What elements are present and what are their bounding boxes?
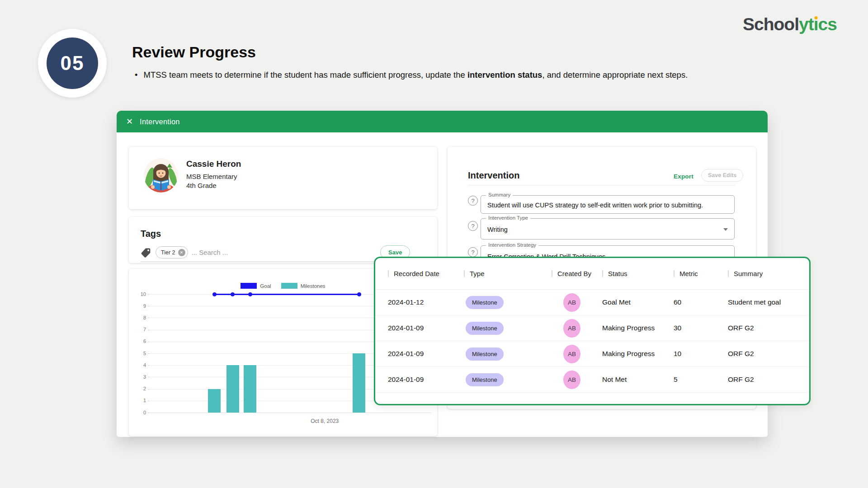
cell-created-by: AB [552,371,602,389]
dropdown-caret-icon[interactable] [723,228,728,231]
table-row[interactable]: 2024-01-09MilestoneABNot Met5ORF G2 [375,367,809,393]
tag-chip-label: Tier 2 [161,249,175,256]
y-axis-tick-label: 8 [130,315,146,320]
column-header: Summary [728,270,805,277]
y-axis-tick-label: 4 [130,362,146,368]
y-axis-tickmark [148,353,150,354]
y-axis-tick-label: 3 [130,374,146,380]
cell-recorded-date: 2024-01-12 [388,298,464,306]
column-header-label: Created By [557,270,591,277]
summary-field-value[interactable]: Student will use CUPS strategy to self-e… [481,196,734,209]
y-axis-tickmark [148,365,150,366]
table-row[interactable]: 2024-01-12MilestoneABGoal Met60Student m… [375,290,809,315]
records-table-body: 2024-01-12MilestoneABGoal Met60Student m… [375,290,809,393]
cell-created-by: AB [552,345,602,363]
help-icon-type[interactable]: ? [468,221,478,231]
y-axis-tick-label: 7 [130,327,146,332]
type-badge: Milestone [466,347,504,361]
y-axis-tickmark [148,377,150,377]
gridline [150,413,432,413]
y-axis-tickmark [148,401,150,401]
close-icon[interactable]: ✕ [126,117,133,127]
student-name: Cassie Heron [186,159,241,169]
tag-remove-icon[interactable]: ✕ [178,249,185,256]
cell-created-by: AB [552,319,602,338]
y-axis-tick-label: 5 [130,351,146,356]
column-header: Created By [552,270,602,277]
cell-recorded-date: 2024-01-09 [388,324,464,332]
cell-recorded-date: 2024-01-09 [388,350,464,358]
save-edits-button[interactable]: Save Edits [701,169,743,182]
student-info: Cassie Heron MSB Elementary 4th Grade [186,159,241,190]
cell-status: Making Progress [602,324,674,332]
cell-type: Milestone [464,347,552,361]
cell-type: Milestone [464,296,552,309]
schoolytics-logo: Schoolytıcs [743,14,837,34]
cell-recorded-date: 2024-01-09 [388,375,464,384]
logo-text-gray: School [743,14,799,34]
table-row[interactable]: 2024-01-09MilestoneABMaking Progress10OR… [375,341,809,367]
column-header: Status [602,270,674,277]
table-row[interactable]: 2024-01-09MilestoneABMaking Progress30OR… [375,315,809,341]
intervention-type-select[interactable]: Intervention Type Writing [481,218,735,239]
milestone-bar [208,389,221,413]
y-axis-tickmark [148,342,150,342]
cell-summary: ORF G2 [728,324,805,332]
cell-status: Goal Met [602,298,674,306]
cell-summary: Student met goal [728,298,805,306]
summary-field[interactable]: Summary Student will use CUPS strategy t… [481,195,735,214]
cell-type: Milestone [464,322,552,335]
milestone-bar [244,365,256,413]
column-header-label: Recorded Date [394,270,439,277]
panel-title: Intervention [468,170,519,181]
type-field-value[interactable]: Writing [481,219,734,233]
creator-avatar: AB [563,293,580,312]
cell-type: Milestone [464,373,552,386]
y-axis-tick-label: 6 [130,338,146,344]
column-header-label: Summary [734,270,763,277]
tags-card: Tags Tier 2 ✕ Save [129,217,437,263]
legend-label: Goal [260,283,271,289]
cell-metric: 30 [674,324,728,332]
legend-item: Milestones [281,283,326,289]
goal-line-point [212,292,217,296]
type-badge: Milestone [466,322,504,335]
records-table: Recorded DateTypeCreated ByStatusMetricS… [374,257,811,405]
type-badge: Milestone [466,373,504,386]
cell-created-by: AB [552,293,602,312]
help-icon-summary[interactable]: ? [468,196,478,206]
milestone-bar [353,353,365,413]
milestone-bar [226,365,239,413]
y-axis-tickmark [148,294,150,295]
column-header: Type [464,270,552,277]
student-school: MSB Elementary [186,172,241,181]
bullet-marker: • [135,70,137,80]
tag-chip-tier2[interactable]: Tier 2 ✕ [156,246,188,258]
cell-metric: 5 [674,375,728,384]
student-card: Cassie Heron MSB Elementary 4th Grade [129,147,437,209]
page-title: Review Progress [132,43,256,61]
cell-status: Making Progress [602,350,674,358]
type-badge: Milestone [466,296,504,309]
tag-search-input[interactable] [192,249,291,256]
y-axis-tickmark [148,413,150,413]
cell-summary: ORF G2 [728,375,805,384]
step-number: 05 [47,38,98,89]
column-header-label: Metric [679,270,698,277]
x-axis-label: Oct 8, 2023 [311,418,339,424]
goal-line-point [231,292,235,296]
legend-swatch [281,283,297,289]
y-axis-tick-label: 2 [130,386,146,391]
creator-avatar: AB [563,319,580,338]
modal-title: Intervention [140,117,180,126]
export-button[interactable]: Export [674,173,693,180]
y-axis-tick-label: 9 [130,303,146,309]
step-description: • MTSS team meets to determine if the st… [135,70,768,80]
help-icon-strategy[interactable]: ? [468,247,478,257]
column-header-label: Type [470,270,485,277]
creator-avatar: AB [563,371,580,389]
strategy-field-label: Intervention Strategy [486,242,538,248]
modal-titlebar: ✕ Intervention [117,111,768,132]
column-header: Metric [674,270,728,277]
student-avatar [144,158,178,192]
